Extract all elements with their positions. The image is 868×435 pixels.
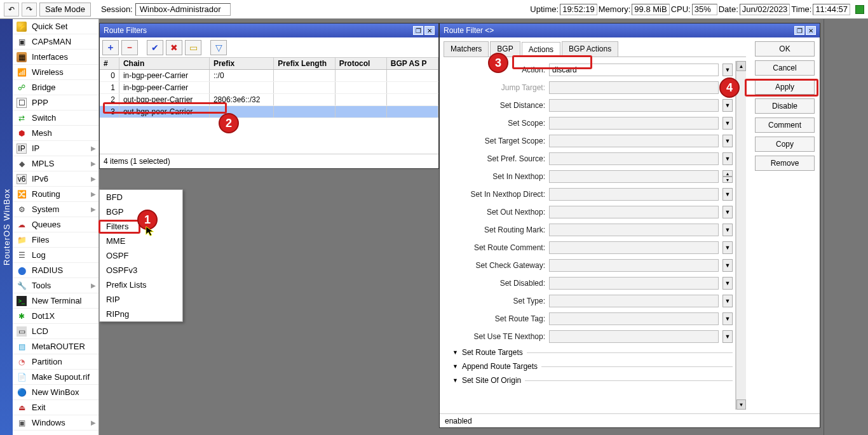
add-button[interactable]: ＋ xyxy=(102,40,119,55)
dropdown-button-icon[interactable]: ▼ xyxy=(722,64,733,76)
sidebar-item-ipv6[interactable]: v6IPv6▶ xyxy=(13,171,98,187)
sidebar-item-wireless[interactable]: 📶Wireless xyxy=(13,65,98,80)
window-close-icon[interactable]: ✕ xyxy=(806,26,816,35)
collapse-section-append-route-targets[interactable]: ▼Append Route Targets xyxy=(444,359,733,373)
table-row[interactable]: 3out-bgp-peer-Carrier xyxy=(100,106,438,118)
sidebar-item-ppp[interactable]: ☐PPP xyxy=(13,95,98,110)
undo-button[interactable]: ↶ xyxy=(4,3,19,17)
ctx-item-ospf[interactable]: OSPF xyxy=(100,248,182,263)
sidebar-item-ip[interactable]: IPIP▶ xyxy=(13,141,98,156)
tab-bgp[interactable]: BGP xyxy=(490,41,520,57)
sidebar-item-make-supout-rif[interactable]: 📄Make Supout.rif xyxy=(13,370,98,385)
copy-button[interactable]: Copy xyxy=(755,137,815,152)
comment-button[interactable]: Comment xyxy=(755,117,815,133)
disable-button[interactable]: Disable xyxy=(755,98,815,114)
sidebar-item-lcd[interactable]: ▭LCD xyxy=(13,324,98,339)
tab-matchers[interactable]: Matchers xyxy=(444,41,489,57)
apply-button[interactable]: Apply xyxy=(755,79,815,95)
ctx-item-ospfv3[interactable]: OSPFv3 xyxy=(100,263,182,278)
sidebar-item-bridge[interactable]: ☍Bridge xyxy=(13,80,98,95)
window-close-icon[interactable]: ✕ xyxy=(424,26,435,35)
stepper-down-icon[interactable]: ▼ xyxy=(722,177,733,183)
table-row[interactable]: 0in-bgp-peer-Carrier::/0 xyxy=(100,70,438,82)
collapse-section-set-site-of-origin[interactable]: ▼Set Site Of Origin xyxy=(444,373,733,387)
input-set-routing-mark[interactable] xyxy=(549,224,719,236)
input-set-use-te-nexthop[interactable] xyxy=(549,330,719,343)
dropdown-button-icon[interactable]: ▼ xyxy=(722,117,733,130)
sidebar-item-tools[interactable]: 🔧Tools▶ xyxy=(13,278,98,293)
sidebar-item-queues[interactable]: ☁Queues xyxy=(13,217,98,232)
sidebar-item-mpls[interactable]: ◆MPLS▶ xyxy=(13,156,98,171)
input-set-in-nexthop-direct[interactable] xyxy=(549,188,719,201)
sidebar-item-exit[interactable]: ⏏Exit xyxy=(13,400,98,415)
input-set-in-nexthop[interactable] xyxy=(549,170,719,183)
sidebar-item-dot1x[interactable]: ✱Dot1X xyxy=(13,309,98,324)
dropdown-button-icon[interactable]: ▼ xyxy=(722,81,733,94)
sidebar-item-new-winbox[interactable]: 🔵New WinBox xyxy=(13,385,98,400)
dropdown-button-icon[interactable]: ▼ xyxy=(722,152,733,165)
table-row[interactable]: 2out-bgp-peer-Carrier2806:3e6::/32 xyxy=(100,94,438,106)
dropdown-button-icon[interactable]: ▼ xyxy=(722,135,733,147)
scroll-up-icon[interactable]: ▲ xyxy=(736,61,746,71)
ctx-item-bgp[interactable]: BGP xyxy=(100,204,182,219)
dropdown-button-icon[interactable]: ▼ xyxy=(722,277,733,290)
sidebar-item-capsman[interactable]: ▣CAPsMAN xyxy=(13,34,98,50)
ctx-item-prefix-lists[interactable]: Prefix Lists xyxy=(100,278,182,292)
input-set-distance[interactable] xyxy=(549,99,719,112)
col--[interactable]: # xyxy=(100,58,119,70)
filter-button[interactable]: ▽ xyxy=(210,40,227,55)
input-set-route-tag[interactable] xyxy=(549,312,719,325)
input-set-type[interactable] xyxy=(549,295,719,307)
dropdown-button-icon[interactable]: ▼ xyxy=(722,259,733,272)
window-title-bar[interactable]: Route Filter <> ❐ ✕ xyxy=(440,23,820,37)
sidebar-item-quick-set[interactable]: ⚡Quick Set xyxy=(13,19,98,34)
sidebar-item-switch[interactable]: ⇄Switch xyxy=(13,110,98,126)
col-protocol[interactable]: Protocol xyxy=(335,58,386,70)
dropdown-button-icon[interactable]: ▼ xyxy=(722,99,733,112)
input-set-scope[interactable] xyxy=(549,117,719,130)
ctx-item-mme[interactable]: MME xyxy=(100,234,182,248)
sidebar-item-metarouter[interactable]: ▤MetaROUTER xyxy=(13,339,98,354)
sidebar-item-routing[interactable]: 🔀Routing▶ xyxy=(13,187,98,202)
enable-button[interactable]: ✔ xyxy=(147,40,163,55)
dropdown-button-icon[interactable]: ▼ xyxy=(722,330,733,343)
redo-button[interactable]: ↷ xyxy=(22,3,37,17)
dropdown-button-icon[interactable]: ▼ xyxy=(722,188,733,201)
input-set-route-comment[interactable] xyxy=(549,241,719,254)
tab-bgp-actions[interactable]: BGP Actions xyxy=(562,41,618,57)
tab-actions[interactable]: Actions xyxy=(522,42,560,57)
sidebar-item-log[interactable]: ☰Log xyxy=(13,248,98,263)
sidebar-item-mesh[interactable]: ⬢Mesh xyxy=(13,126,98,141)
sidebar-item-radius[interactable]: ⬤RADIUS xyxy=(13,263,98,278)
remove-button[interactable]: Remove xyxy=(755,156,815,171)
col-prefix-length[interactable]: Prefix Length xyxy=(274,58,335,70)
sidebar-item-system[interactable]: ⚙System▶ xyxy=(13,202,98,217)
input-set-pref-source[interactable] xyxy=(549,152,719,165)
input-set-target-scope[interactable] xyxy=(549,135,719,147)
dropdown-button-icon[interactable]: ▼ xyxy=(722,312,733,325)
ok-button[interactable]: OK xyxy=(755,41,815,57)
sidebar-item-files[interactable]: 📁Files xyxy=(13,232,98,248)
window-restore-icon[interactable]: ❐ xyxy=(413,26,423,35)
col-chain[interactable]: Chain xyxy=(119,58,209,70)
col-bgp-as-p[interactable]: BGP AS P xyxy=(386,58,438,70)
input-set-disabled[interactable] xyxy=(549,277,719,290)
safe-mode-button[interactable]: Safe Mode xyxy=(39,3,91,17)
ctx-item-rip[interactable]: RIP xyxy=(100,292,182,307)
cancel-button[interactable]: Cancel xyxy=(755,60,815,76)
form-scrollbar[interactable]: ▲ ▼ xyxy=(736,61,746,410)
comment-button[interactable]: ▭ xyxy=(185,40,201,55)
table-row[interactable]: 1in-bgp-peer-Carrier xyxy=(100,82,438,94)
collapse-section-set-route-targets[interactable]: ▼Set Route Targets xyxy=(444,345,733,359)
session-box[interactable]: Winbox-Administrador xyxy=(135,3,231,16)
sidebar-item-windows[interactable]: ▣Windows▶ xyxy=(13,415,98,431)
ctx-item-bfd[interactable]: BFD xyxy=(100,190,182,204)
col-prefix[interactable]: Prefix xyxy=(209,58,273,70)
dropdown-button-icon[interactable]: ▼ xyxy=(722,241,733,254)
input-set-out-nexthop[interactable] xyxy=(549,206,719,218)
input-set-check-gateway[interactable] xyxy=(549,259,719,272)
ctx-item-filters[interactable]: Filters xyxy=(100,219,182,234)
input-action[interactable] xyxy=(549,64,719,76)
dropdown-button-icon[interactable]: ▼ xyxy=(722,224,733,236)
sidebar-item-partition[interactable]: ◔Partition xyxy=(13,354,98,370)
